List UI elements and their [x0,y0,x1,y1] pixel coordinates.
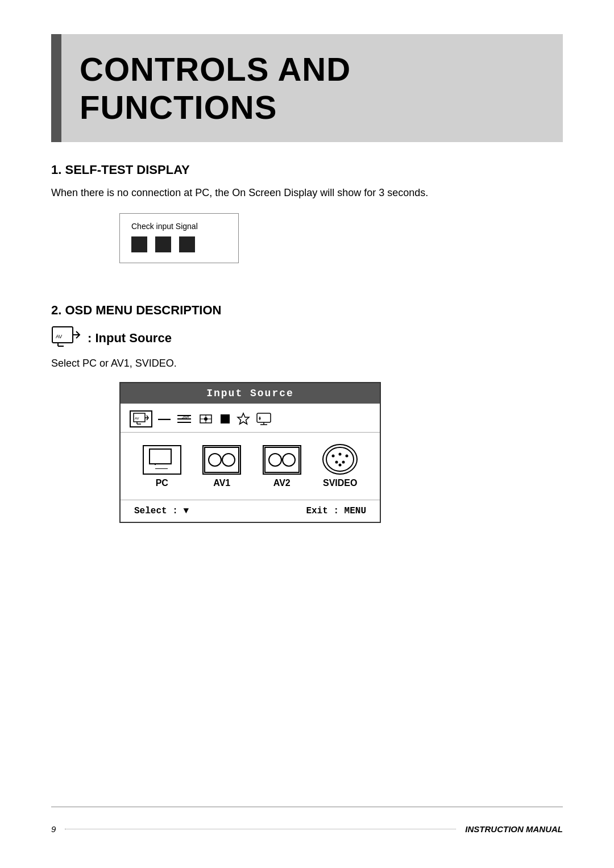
menu-icon-star [237,412,250,426]
menu-icon-adjust [256,412,272,426]
section2-heading: 2. OSD MENU DESCRIPTION [51,303,563,318]
source-item-svideo: SVIDEO [322,444,358,488]
svg-point-30 [209,454,221,466]
input-source-header: AV : Input Source [51,326,563,351]
signal-square-2 [155,236,171,252]
svg-rect-20 [257,413,271,422]
input-source-menu: Input Source AV — [119,382,381,523]
svg-point-35 [326,447,354,471]
svg-point-38 [346,455,349,458]
section-osd-menu: 2. OSD MENU DESCRIPTION AV : Input Sourc… [51,303,563,551]
header-banner: CONTROLS AND FUNCTIONS [51,34,563,142]
menu-icon-brightness [198,413,214,425]
page-number: 9 [51,824,56,834]
menu-footer-select: Select : ▼ [134,506,189,516]
signal-square-3 [179,236,195,252]
signal-box: Check input Signal [119,213,239,263]
menu-icon-av: AV [130,410,152,427]
menu-icon-square [219,413,231,425]
source-label-svideo: SVIDEO [323,478,357,488]
svg-point-37 [339,453,342,456]
signal-square-1 [131,236,147,252]
section1-heading: 1. SELF-TEST DISPLAY [51,163,563,177]
source-label-av1: AV1 [213,478,230,488]
menu-footer-exit: Exit : MENU [306,506,366,516]
footer-divider [65,829,456,829]
menu-icons-row: AV — JN≡ [121,404,380,433]
source-icon-svideo [322,444,358,475]
section-self-test: 1. SELF-TEST DISPLAY When there is no co… [51,163,563,292]
select-text: Select PC or AV1, SVIDEO. [51,358,563,369]
source-icon-av1 [202,445,241,475]
input-source-label: : Input Source [88,331,172,346]
svg-rect-25 [150,449,171,464]
svg-point-33 [269,454,281,466]
svg-point-39 [335,461,338,464]
source-icon-av2 [263,445,301,475]
svg-point-40 [342,461,345,464]
input-source-icon: AV [51,326,82,351]
signal-box-text: Check input Signal [131,222,227,231]
footer-label: INSTRUCTION MANUAL [465,824,563,834]
svg-rect-18 [221,414,230,423]
source-label-av2: AV2 [273,478,291,488]
svg-rect-28 [146,465,178,468]
svg-point-31 [222,454,235,466]
menu-title: Input Source [121,383,380,404]
menu-icon-dash: — [158,412,171,426]
source-icon-pc [143,445,181,475]
page: CONTROLS AND FUNCTIONS 1. SELF-TEST DISP… [0,0,614,868]
svg-point-41 [339,464,342,467]
menu-sources: PC AV1 [121,433,380,492]
svg-text:AV: AV [56,334,62,339]
svg-point-34 [283,454,295,466]
source-label-pc: PC [156,478,168,488]
menu-footer: Select : ▼ Exit : MENU [121,500,380,522]
signal-squares [131,236,227,252]
svg-text:AV: AV [135,417,139,420]
source-item-av1: AV1 [202,445,241,488]
section1-body: When there is no connection at PC, the O… [51,185,563,201]
svg-text:JN≡: JN≡ [182,415,189,419]
header-accent [51,34,61,142]
svg-point-36 [332,455,335,458]
page-footer: 9 INSTRUCTION MANUAL [51,807,563,834]
svg-point-17 [204,417,208,421]
menu-icon-list: JN≡ [176,413,192,425]
source-item-av2: AV2 [263,445,301,488]
source-item-pc: PC [143,445,181,488]
page-title: CONTROLS AND FUNCTIONS [80,50,540,126]
svg-marker-19 [238,413,249,424]
